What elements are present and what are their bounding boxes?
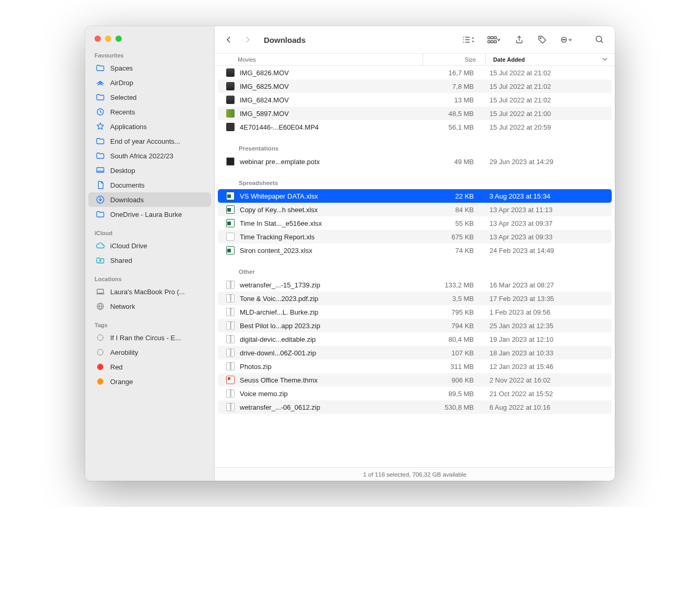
column-date[interactable]: Date Added <box>485 54 615 65</box>
file-row[interactable]: digital-devic...editable.zip80,4 MB19 Ja… <box>218 332 612 346</box>
file-row[interactable]: Time In Stat..._e516ee.xlsx55 KB13 Apr 2… <box>218 216 612 230</box>
file-date: 2 Nov 2022 at 16:02 <box>482 376 612 384</box>
sidebar-section-label: Locations <box>85 273 214 284</box>
sidebar-item[interactable]: Laura's MacBook Pro (... <box>88 284 211 299</box>
sidebar-item-label: End of year Accounts... <box>110 137 180 145</box>
close-button[interactable] <box>95 36 101 42</box>
file-size: 49 MB <box>422 158 482 166</box>
file-name: IMG_6825.MOV <box>240 83 422 90</box>
file-row[interactable]: MLD-archief...L. Burke.zip795 KB1 Feb 20… <box>218 305 612 319</box>
file-listing[interactable]: IMG_6826.MOV16,7 MB15 Jul 2022 at 21:02I… <box>215 66 615 467</box>
file-row[interactable]: Tone & Voic...2023.pdf.zip3,5 MB17 Feb 2… <box>218 292 612 305</box>
file-row[interactable]: IMG_6826.MOV16,7 MB15 Jul 2022 at 21:02 <box>218 66 612 79</box>
file-date: 3 Aug 2023 at 15:34 <box>482 192 612 200</box>
share-button[interactable] <box>512 32 526 47</box>
file-name: Photos.zip <box>240 363 422 371</box>
sidebar-item[interactable]: South Africa 2022/23 <box>88 148 211 163</box>
file-name: MLD-archief...L. Burke.zip <box>240 308 422 316</box>
file-row[interactable]: IMG_6824.MOV13 MB15 Jul 2022 at 21:02 <box>218 93 612 107</box>
file-row[interactable]: VS Whitepaper DATA.xlsx22 KB3 Aug 2023 a… <box>218 189 612 203</box>
file-row[interactable]: Best Pilot lo...app 2023.zip794 KB25 Jan… <box>218 319 612 332</box>
file-size: 133,2 MB <box>422 281 482 289</box>
actions-button[interactable] <box>558 32 575 47</box>
sidebar-item[interactable]: Recents <box>88 105 211 119</box>
file-name: Voice memo.zip <box>240 390 422 398</box>
svg-point-24 <box>540 38 541 39</box>
tag-empty-icon <box>96 333 105 342</box>
sidebar-item[interactable]: Documents <box>88 178 211 192</box>
file-icon <box>225 191 236 201</box>
file-date: 18 Jan 2023 at 10:33 <box>482 349 612 357</box>
tags-button[interactable] <box>535 32 549 47</box>
sidebar-item[interactable]: OneDrive - Laura Burke <box>88 207 211 222</box>
file-size: 48,5 MB <box>422 110 482 118</box>
window-controls <box>85 36 214 49</box>
file-row[interactable]: Seuss Office Theme.thmx906 KB2 Nov 2022 … <box>218 373 612 387</box>
file-row[interactable]: 4E701446-...E60E04.MP456,1 MB15 Jul 2022… <box>218 120 612 134</box>
sidebar-item[interactable]: Orange <box>88 374 211 389</box>
file-date: 16 Mar 2023 at 08:27 <box>482 281 612 289</box>
file-date: 15 Jul 2022 at 21:02 <box>482 69 612 77</box>
file-row[interactable]: wetransfer_...-06_0612.zip530,8 MB6 Aug … <box>218 400 612 414</box>
sidebar-item[interactable]: Spaces <box>88 61 211 75</box>
file-row[interactable]: Siron content_2023.xlsx74 KB24 Feb 2023 … <box>218 244 612 257</box>
forward-button[interactable] <box>239 32 256 47</box>
apps-icon <box>96 122 105 131</box>
file-size: 794 KB <box>422 322 482 330</box>
sidebar-item[interactable]: Network <box>88 299 211 314</box>
file-row[interactable]: Copy of Key...h sheet.xlsx84 KB13 Apr 20… <box>218 203 612 216</box>
sidebar-item[interactable]: iCloud Drive <box>88 238 211 253</box>
file-name: 4E701446-...E60E04.MP4 <box>240 123 422 131</box>
sidebar-item-label: Desktop <box>110 167 135 175</box>
file-row[interactable]: IMG_5897.MOV48,5 MB15 Jul 2022 at 21:00 <box>218 107 612 120</box>
column-name[interactable]: Movies <box>215 56 423 63</box>
sidebar-item[interactable]: Applications <box>88 119 211 134</box>
file-size: 84 KB <box>422 206 482 214</box>
sidebar-item[interactable]: Downloads <box>88 192 211 207</box>
sidebar-item[interactable]: Aerobility <box>88 345 211 360</box>
sidebar-item[interactable]: Desktop <box>88 163 211 178</box>
file-row[interactable]: IMG_6825.MOV7,8 MB15 Jul 2022 at 21:02 <box>218 79 612 93</box>
file-size: 13 MB <box>422 96 482 104</box>
back-button[interactable] <box>220 32 238 47</box>
svg-point-27 <box>564 39 564 40</box>
maximize-button[interactable] <box>115 36 122 42</box>
file-name: Tone & Voic...2023.pdf.zip <box>240 295 422 303</box>
view-list-button[interactable] <box>460 32 476 47</box>
file-size: 16,7 MB <box>422 69 482 77</box>
svg-point-28 <box>565 39 565 40</box>
file-date: 6 Aug 2022 at 10:16 <box>482 403 612 411</box>
file-row[interactable]: Time Tracking Report.xls675 KB13 Apr 202… <box>218 230 612 244</box>
file-row[interactable]: drive-downl...06Z-001.zip107 KB18 Jan 20… <box>218 346 612 360</box>
search-button[interactable] <box>593 32 606 47</box>
sidebar-item[interactable]: AirDrop <box>88 75 211 90</box>
sidebar-item[interactable]: End of year Accounts... <box>88 134 211 148</box>
file-name: IMG_6826.MOV <box>240 69 422 77</box>
file-icon <box>225 280 236 290</box>
file-name: digital-devic...editable.zip <box>240 336 422 343</box>
cloud-icon <box>96 241 105 250</box>
laptop-icon <box>96 287 105 296</box>
svg-point-29 <box>596 36 602 42</box>
file-row[interactable]: webinar pre...emplate.potx49 MB29 Jun 20… <box>218 155 612 168</box>
file-name: Time Tracking Report.xls <box>240 233 422 241</box>
sidebar-item[interactable]: Shared <box>88 253 211 268</box>
file-row[interactable]: Photos.zip311 MB12 Jan 2023 at 15:46 <box>218 360 612 373</box>
sidebar-item[interactable]: Selected <box>88 90 211 105</box>
column-size[interactable]: Size <box>423 54 485 65</box>
file-icon <box>225 108 236 119</box>
sidebar-item[interactable]: If I Ran the Circus - E... <box>88 330 211 345</box>
svg-point-26 <box>563 39 563 40</box>
group-by-button[interactable] <box>485 32 503 47</box>
column-headers[interactable]: Movies Size Date Added <box>215 53 615 66</box>
file-name: drive-downl...06Z-001.zip <box>240 349 422 357</box>
file-row[interactable]: wetransfer_...-15_1739.zip133,2 MB16 Mar… <box>218 278 612 292</box>
file-row[interactable]: Voice memo.zip89,5 MB21 Oct 2022 at 15:5… <box>218 387 612 400</box>
minimize-button[interactable] <box>105 36 111 42</box>
sidebar-item-label: South Africa 2022/23 <box>110 152 173 160</box>
sidebar-item[interactable]: Red <box>88 360 211 374</box>
file-icon <box>225 375 236 385</box>
sidebar-item-label: Documents <box>110 181 145 189</box>
file-size: 107 KB <box>422 349 482 357</box>
sidebar-section-label: iCloud <box>85 227 214 238</box>
